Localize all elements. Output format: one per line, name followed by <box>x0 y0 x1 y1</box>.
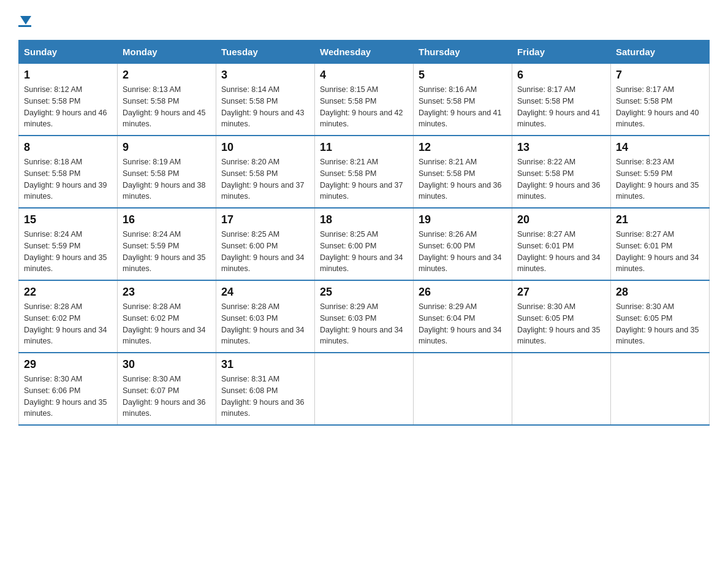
calendar-cell: 15Sunrise: 8:24 AMSunset: 5:59 PMDayligh… <box>19 208 118 280</box>
day-number: 1 <box>24 69 112 82</box>
day-info: Sunrise: 8:28 AMSunset: 6:02 PMDaylight:… <box>24 301 112 347</box>
day-number: 12 <box>419 141 507 154</box>
day-info: Sunrise: 8:26 AMSunset: 6:00 PMDaylight:… <box>419 229 507 275</box>
calendar-cell: 12Sunrise: 8:21 AMSunset: 5:58 PMDayligh… <box>414 136 512 208</box>
day-info: Sunrise: 8:25 AMSunset: 6:00 PMDaylight:… <box>221 229 309 275</box>
day-info: Sunrise: 8:30 AMSunset: 6:05 PMDaylight:… <box>616 301 704 347</box>
day-info: Sunrise: 8:24 AMSunset: 5:59 PMDaylight:… <box>24 229 112 275</box>
calendar-cell: 6Sunrise: 8:17 AMSunset: 5:58 PMDaylight… <box>512 64 611 136</box>
calendar-cell: 21Sunrise: 8:27 AMSunset: 6:01 PMDayligh… <box>611 208 710 280</box>
day-number: 22 <box>24 286 112 299</box>
day-number: 29 <box>24 358 112 371</box>
calendar-cell: 26Sunrise: 8:29 AMSunset: 6:04 PMDayligh… <box>414 280 512 353</box>
day-number: 28 <box>616 286 704 299</box>
calendar-cell: 30Sunrise: 8:30 AMSunset: 6:07 PMDayligh… <box>118 353 216 425</box>
calendar-week-row-4: 22Sunrise: 8:28 AMSunset: 6:02 PMDayligh… <box>19 280 710 353</box>
calendar-week-row-3: 15Sunrise: 8:24 AMSunset: 5:59 PMDayligh… <box>19 208 710 280</box>
day-info: Sunrise: 8:12 AMSunset: 5:58 PMDaylight:… <box>24 84 112 130</box>
calendar-cell: 3Sunrise: 8:14 AMSunset: 5:58 PMDaylight… <box>216 64 315 136</box>
day-number: 13 <box>517 141 605 154</box>
page-header <box>18 18 710 28</box>
logo-row1 <box>18 18 31 25</box>
calendar-week-row-2: 8Sunrise: 8:18 AMSunset: 5:58 PMDaylight… <box>19 136 710 208</box>
calendar-cell: 22Sunrise: 8:28 AMSunset: 6:02 PMDayligh… <box>19 280 118 353</box>
day-number: 30 <box>123 358 211 371</box>
day-number: 31 <box>221 358 309 371</box>
day-number: 3 <box>221 69 309 82</box>
day-number: 6 <box>517 69 605 82</box>
calendar-cell: 28Sunrise: 8:30 AMSunset: 6:05 PMDayligh… <box>611 280 710 353</box>
calendar-cell: 2Sunrise: 8:13 AMSunset: 5:58 PMDaylight… <box>118 64 216 136</box>
calendar-cell: 4Sunrise: 8:15 AMSunset: 5:58 PMDaylight… <box>315 64 414 136</box>
logo-blue-text <box>18 25 31 28</box>
day-number: 11 <box>320 141 408 154</box>
day-number: 18 <box>320 213 408 226</box>
calendar-cell: 10Sunrise: 8:20 AMSunset: 5:58 PMDayligh… <box>216 136 315 208</box>
calendar-cell: 27Sunrise: 8:30 AMSunset: 6:05 PMDayligh… <box>512 280 611 353</box>
calendar-cell: 23Sunrise: 8:28 AMSunset: 6:02 PMDayligh… <box>118 280 216 353</box>
calendar-cell: 11Sunrise: 8:21 AMSunset: 5:58 PMDayligh… <box>315 136 414 208</box>
calendar-cell: 9Sunrise: 8:19 AMSunset: 5:58 PMDaylight… <box>118 136 216 208</box>
calendar-cell: 17Sunrise: 8:25 AMSunset: 6:00 PMDayligh… <box>216 208 315 280</box>
logo-triangle-icon <box>20 16 31 25</box>
col-header-monday: Monday <box>118 40 216 64</box>
calendar-cell <box>414 353 512 425</box>
calendar-cell: 20Sunrise: 8:27 AMSunset: 6:01 PMDayligh… <box>512 208 611 280</box>
calendar-week-row-5: 29Sunrise: 8:30 AMSunset: 6:06 PMDayligh… <box>19 353 710 425</box>
day-number: 9 <box>123 141 211 154</box>
calendar-cell: 1Sunrise: 8:12 AMSunset: 5:58 PMDaylight… <box>19 64 118 136</box>
calendar-cell: 8Sunrise: 8:18 AMSunset: 5:58 PMDaylight… <box>19 136 118 208</box>
logo <box>18 18 31 28</box>
day-info: Sunrise: 8:27 AMSunset: 6:01 PMDaylight:… <box>517 229 605 275</box>
day-number: 23 <box>123 286 211 299</box>
day-number: 2 <box>123 69 211 82</box>
day-number: 20 <box>517 213 605 226</box>
day-info: Sunrise: 8:20 AMSunset: 5:58 PMDaylight:… <box>221 156 309 202</box>
day-number: 17 <box>221 213 309 226</box>
day-info: Sunrise: 8:16 AMSunset: 5:58 PMDaylight:… <box>419 84 507 130</box>
calendar-cell: 5Sunrise: 8:16 AMSunset: 5:58 PMDaylight… <box>414 64 512 136</box>
calendar-cell: 31Sunrise: 8:31 AMSunset: 6:08 PMDayligh… <box>216 353 315 425</box>
day-info: Sunrise: 8:23 AMSunset: 5:59 PMDaylight:… <box>616 156 704 202</box>
day-info: Sunrise: 8:30 AMSunset: 6:06 PMDaylight:… <box>24 373 112 419</box>
day-info: Sunrise: 8:24 AMSunset: 5:59 PMDaylight:… <box>123 229 211 275</box>
day-info: Sunrise: 8:29 AMSunset: 6:04 PMDaylight:… <box>419 301 507 347</box>
day-number: 26 <box>419 286 507 299</box>
day-number: 8 <box>24 141 112 154</box>
day-info: Sunrise: 8:30 AMSunset: 6:07 PMDaylight:… <box>123 373 211 419</box>
calendar-header-row: SundayMondayTuesdayWednesdayThursdayFrid… <box>19 40 710 64</box>
day-number: 14 <box>616 141 704 154</box>
calendar-cell: 13Sunrise: 8:22 AMSunset: 5:58 PMDayligh… <box>512 136 611 208</box>
day-info: Sunrise: 8:21 AMSunset: 5:58 PMDaylight:… <box>419 156 507 202</box>
day-number: 16 <box>123 213 211 226</box>
day-info: Sunrise: 8:15 AMSunset: 5:58 PMDaylight:… <box>320 84 408 130</box>
day-number: 24 <box>221 286 309 299</box>
calendar-cell <box>611 353 710 425</box>
calendar-cell <box>315 353 414 425</box>
col-header-wednesday: Wednesday <box>315 40 414 64</box>
day-info: Sunrise: 8:14 AMSunset: 5:58 PMDaylight:… <box>221 84 309 130</box>
calendar-cell: 18Sunrise: 8:25 AMSunset: 6:00 PMDayligh… <box>315 208 414 280</box>
day-info: Sunrise: 8:17 AMSunset: 5:58 PMDaylight:… <box>616 84 704 130</box>
day-number: 10 <box>221 141 309 154</box>
col-header-tuesday: Tuesday <box>216 40 315 64</box>
day-info: Sunrise: 8:21 AMSunset: 5:58 PMDaylight:… <box>320 156 408 202</box>
calendar-cell: 24Sunrise: 8:28 AMSunset: 6:03 PMDayligh… <box>216 280 315 353</box>
day-info: Sunrise: 8:28 AMSunset: 6:03 PMDaylight:… <box>221 301 309 347</box>
calendar-cell: 19Sunrise: 8:26 AMSunset: 6:00 PMDayligh… <box>414 208 512 280</box>
calendar-cell: 29Sunrise: 8:30 AMSunset: 6:06 PMDayligh… <box>19 353 118 425</box>
calendar-cell: 14Sunrise: 8:23 AMSunset: 5:59 PMDayligh… <box>611 136 710 208</box>
day-number: 21 <box>616 213 704 226</box>
day-number: 19 <box>419 213 507 226</box>
day-info: Sunrise: 8:27 AMSunset: 6:01 PMDaylight:… <box>616 229 704 275</box>
day-info: Sunrise: 8:31 AMSunset: 6:08 PMDaylight:… <box>221 373 309 419</box>
col-header-thursday: Thursday <box>414 40 512 64</box>
col-header-sunday: Sunday <box>19 40 118 64</box>
calendar-cell: 7Sunrise: 8:17 AMSunset: 5:58 PMDaylight… <box>611 64 710 136</box>
col-header-saturday: Saturday <box>611 40 710 64</box>
day-info: Sunrise: 8:28 AMSunset: 6:02 PMDaylight:… <box>123 301 211 347</box>
day-info: Sunrise: 8:22 AMSunset: 5:58 PMDaylight:… <box>517 156 605 202</box>
day-info: Sunrise: 8:30 AMSunset: 6:05 PMDaylight:… <box>517 301 605 347</box>
day-info: Sunrise: 8:17 AMSunset: 5:58 PMDaylight:… <box>517 84 605 130</box>
day-number: 4 <box>320 69 408 82</box>
